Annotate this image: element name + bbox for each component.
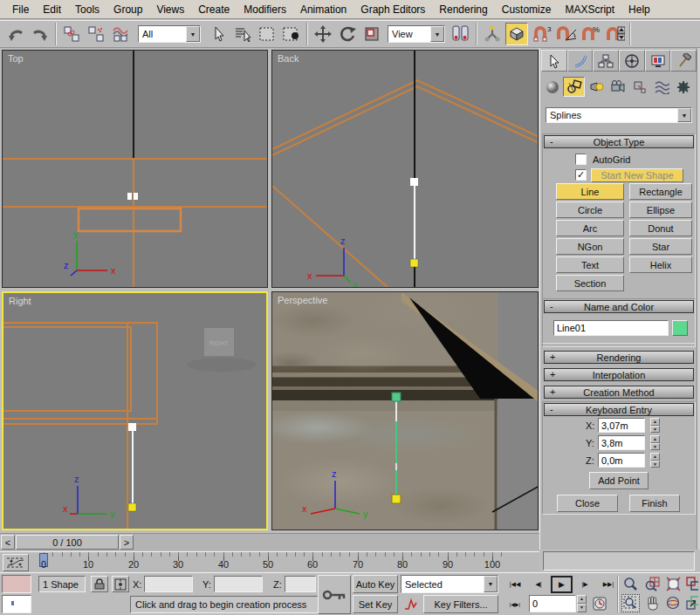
time-slider-track[interactable]: < 0 / 100 >: [0, 533, 539, 550]
key-filters-button[interactable]: Key Filters...: [423, 595, 498, 613]
key-mode-toggle-button[interactable]: |◀▶|: [504, 595, 525, 612]
menu-file[interactable]: File: [5, 1, 36, 18]
transform-x-field[interactable]: [144, 576, 193, 592]
z-coord-field[interactable]: [598, 453, 645, 468]
min-max-toggle-icon[interactable]: [685, 594, 699, 612]
systems-icon[interactable]: [672, 77, 694, 97]
text-button[interactable]: Text: [556, 256, 624, 273]
menu-views[interactable]: Views: [149, 1, 191, 18]
tab-motion[interactable]: [619, 50, 645, 72]
menu-help[interactable]: Help: [621, 1, 657, 18]
redo-icon[interactable]: [29, 23, 51, 45]
helix-button[interactable]: Helix: [629, 256, 692, 273]
selection-lock-toggle[interactable]: [91, 576, 108, 592]
zoom-extents-all-icon[interactable]: [685, 575, 699, 593]
snap-3d-icon[interactable]: 3: [530, 23, 552, 45]
tab-modify[interactable]: [567, 50, 594, 72]
rectangle-button[interactable]: Rectangle: [629, 183, 692, 200]
track-bar[interactable]: 0 10 20 30 40 50 60 70 80 90 100: [0, 551, 539, 572]
select-by-name-icon[interactable]: [231, 23, 254, 45]
menu-animation[interactable]: Animation: [293, 1, 353, 18]
key-selection-dropdown[interactable]: Selected ▼: [401, 575, 498, 593]
select-and-manipulate-icon[interactable]: [481, 23, 504, 45]
menu-group[interactable]: Group: [106, 1, 149, 18]
next-frame-button[interactable]: |▶: [575, 576, 594, 593]
object-color-swatch[interactable]: [672, 320, 688, 336]
select-object-icon[interactable]: [207, 23, 230, 45]
maxscript-listener-field[interactable]: [2, 595, 31, 613]
viewport-top[interactable]: Top y x z: [2, 50, 268, 288]
start-new-shape-checkbox[interactable]: [575, 169, 587, 181]
pan-hand-icon[interactable]: [643, 594, 662, 612]
zoom-all-icon[interactable]: [643, 575, 662, 593]
tab-display[interactable]: [645, 50, 671, 72]
arc-button[interactable]: Arc: [556, 220, 624, 236]
section-button[interactable]: Section: [556, 275, 624, 291]
menu-create[interactable]: Create: [191, 1, 237, 18]
donut-button[interactable]: Donut: [629, 220, 692, 236]
tab-hierarchy[interactable]: [593, 50, 619, 72]
current-frame-field[interactable]: [529, 595, 576, 612]
zoom-icon[interactable]: [621, 575, 640, 593]
cameras-icon[interactable]: [607, 77, 628, 97]
menu-customize[interactable]: Customize: [495, 1, 559, 18]
viewport-right-active[interactable]: Right RIGHT z y x: [2, 291, 268, 530]
menu-maxscript[interactable]: MAXScript: [558, 1, 621, 18]
transform-z-field[interactable]: [285, 576, 316, 592]
geometry-icon[interactable]: [541, 77, 563, 97]
percent-snap-icon[interactable]: %: [579, 23, 601, 45]
undo-icon[interactable]: [4, 23, 27, 45]
ngon-button[interactable]: NGon: [556, 238, 624, 255]
autogrid-checkbox[interactable]: [575, 154, 587, 165]
goto-start-button[interactable]: |◀◀: [504, 576, 525, 593]
auto-key-button[interactable]: Auto Key: [353, 575, 398, 593]
region-zoom-icon[interactable]: [621, 594, 640, 612]
creation-method-rollout-header[interactable]: + Creation Method: [544, 386, 694, 399]
helpers-icon[interactable]: [628, 77, 650, 97]
close-button[interactable]: Close: [557, 495, 618, 512]
select-and-move-icon[interactable]: [312, 23, 334, 45]
play-button[interactable]: ▶: [551, 576, 573, 593]
menu-tools[interactable]: Tools: [68, 1, 106, 18]
star-button[interactable]: Star: [629, 238, 692, 255]
selection-filter-dropdown[interactable]: All ▼: [138, 25, 201, 43]
frame-spinner[interactable]: ▲▼: [577, 595, 587, 612]
viewport-back[interactable]: Back z x y: [271, 50, 539, 288]
key-filters-curve-icon[interactable]: [401, 595, 420, 613]
macro-recorder-swatch[interactable]: [2, 575, 31, 593]
rendering-rollout-header[interactable]: + Rendering: [544, 351, 694, 364]
use-pivot-point-center-icon[interactable]: [450, 23, 472, 45]
menu-graph-editors[interactable]: Graph Editors: [353, 1, 432, 18]
keyboard-entry-rollout-header[interactable]: - Keyboard Entry: [544, 403, 694, 416]
ellipse-button[interactable]: Ellipse: [629, 202, 692, 218]
shape-category-dropdown[interactable]: Splines ▼: [546, 107, 692, 123]
object-type-rollout-header[interactable]: - Object Type: [544, 135, 694, 148]
bind-to-space-warp-icon[interactable]: [109, 23, 132, 45]
interpolation-rollout-header[interactable]: + Interpolation: [544, 368, 694, 381]
menu-edit[interactable]: Edit: [36, 1, 68, 18]
unlink-selection-icon[interactable]: [85, 23, 107, 45]
set-keys-button[interactable]: [318, 575, 351, 614]
angle-snap-icon[interactable]: [554, 23, 577, 45]
menu-rendering[interactable]: Rendering: [432, 1, 494, 18]
set-key-button[interactable]: Set Key: [353, 595, 398, 613]
select-and-scale-icon[interactable]: [360, 23, 383, 45]
tab-create[interactable]: [541, 50, 567, 72]
name-color-rollout-header[interactable]: - Name and Color: [544, 300, 694, 313]
space-warps-icon[interactable]: [650, 77, 672, 97]
finish-button[interactable]: Finish: [629, 495, 680, 512]
reference-coordinate-dropdown[interactable]: View ▼: [388, 25, 445, 43]
time-configuration-button[interactable]: [590, 595, 609, 612]
panel-scrollbar[interactable]: [697, 48, 700, 550]
select-and-link-icon[interactable]: [60, 23, 83, 45]
snaps-toggle-icon[interactable]: [505, 23, 528, 45]
arc-rotate-icon[interactable]: [664, 594, 683, 612]
zoom-extents-icon[interactable]: [664, 575, 683, 593]
absolute-offset-toggle[interactable]: [112, 576, 129, 592]
spinner-snap-icon[interactable]: [603, 23, 626, 45]
y-coord-spinner[interactable]: ▲▼: [650, 435, 660, 450]
previous-frame-button[interactable]: ◀|: [529, 576, 548, 593]
shapes-icon[interactable]: [563, 77, 585, 97]
timeline-ruler[interactable]: 0 10 20 30 40 50 60 70 80 90 100: [31, 552, 539, 573]
z-coord-spinner[interactable]: ▲▼: [650, 453, 660, 468]
